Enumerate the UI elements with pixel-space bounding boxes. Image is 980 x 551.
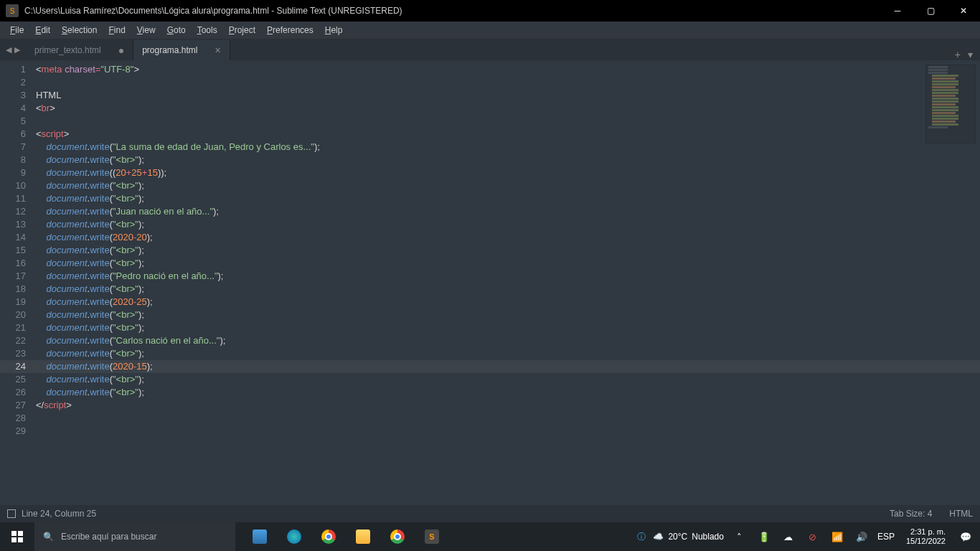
code-line[interactable]: document.write(2020-15); xyxy=(36,360,980,373)
battery-icon[interactable]: 🔋 xyxy=(755,522,773,551)
menu-tools[interactable]: Tools xyxy=(192,23,223,37)
minimap[interactable] xyxy=(925,65,976,143)
cursor-position[interactable]: Line 24, Column 25 xyxy=(22,509,96,519)
syntax-setting[interactable]: HTML xyxy=(949,509,973,519)
menu-project[interactable]: Project xyxy=(223,23,261,37)
taskbar-search[interactable]: 🔍 Escribe aquí para buscar xyxy=(34,522,235,551)
taskbar-chrome-2[interactable] xyxy=(380,522,415,551)
volume-icon[interactable]: 🔊 xyxy=(853,522,870,551)
close-button[interactable]: ✕ xyxy=(947,0,980,22)
code-line[interactable]: </script> xyxy=(36,399,980,412)
line-number[interactable]: 18 xyxy=(0,283,36,296)
tab-dirty-icon[interactable]: ● xyxy=(118,44,124,56)
tab-nav-back-icon[interactable]: ◀ xyxy=(4,45,13,55)
code-line[interactable]: document.write("<br>"); xyxy=(36,321,980,334)
code-line[interactable]: document.write("Pedro nació en el año...… xyxy=(36,270,980,283)
notifications-icon[interactable]: 💬 xyxy=(957,522,974,551)
maximize-button[interactable]: ▢ xyxy=(914,0,947,22)
line-number[interactable]: 24 xyxy=(0,360,36,373)
code-line[interactable]: document.write("<br>"); xyxy=(36,347,980,360)
taskbar-edge[interactable] xyxy=(277,522,311,551)
code-line[interactable]: document.write("<br>"); xyxy=(36,257,980,270)
line-number[interactable]: 3 xyxy=(0,89,36,102)
code-line[interactable]: <br> xyxy=(36,102,980,115)
menu-view[interactable]: View xyxy=(131,23,161,37)
line-number[interactable]: 21 xyxy=(0,321,36,334)
line-number[interactable]: 22 xyxy=(0,334,36,347)
help-tray-icon[interactable]: ⓘ xyxy=(637,531,646,543)
line-number[interactable]: 15 xyxy=(0,244,36,257)
code-line[interactable]: <meta charset="UTF-8"> xyxy=(36,63,980,76)
taskbar-app-1[interactable] xyxy=(242,522,277,551)
panel-switcher-icon[interactable] xyxy=(7,509,16,518)
line-number[interactable]: 8 xyxy=(0,154,36,166)
security-icon[interactable]: ⊘ xyxy=(804,522,821,551)
code-line[interactable] xyxy=(36,115,980,128)
start-button[interactable] xyxy=(0,522,34,551)
tab-dropdown-icon[interactable]: ▾ xyxy=(968,49,973,60)
code-line[interactable]: document.write("<br>"); xyxy=(36,309,980,321)
tab-size-setting[interactable]: Tab Size: 4 xyxy=(890,509,932,519)
code-line[interactable] xyxy=(36,76,980,89)
menu-help[interactable]: Help xyxy=(319,23,349,37)
code-line[interactable]: HTML xyxy=(36,89,980,102)
code-line[interactable] xyxy=(36,425,980,438)
new-tab-button[interactable]: + xyxy=(955,49,961,60)
line-number[interactable]: 26 xyxy=(0,386,36,399)
input-language[interactable]: ESP xyxy=(877,532,895,542)
taskbar-explorer[interactable] xyxy=(346,522,380,551)
code-line[interactable]: document.write("La suma de edad de Juan,… xyxy=(36,141,980,154)
code-line[interactable]: document.write("<br>"); xyxy=(36,218,980,231)
line-number[interactable]: 5 xyxy=(0,115,36,128)
line-number[interactable]: 20 xyxy=(0,309,36,321)
line-number[interactable]: 10 xyxy=(0,179,36,192)
line-number[interactable]: 6 xyxy=(0,128,36,141)
code-line[interactable]: <script> xyxy=(36,128,980,141)
wifi-icon[interactable]: 📶 xyxy=(829,522,846,551)
onedrive-icon[interactable]: ☁ xyxy=(780,522,797,551)
taskbar-chrome[interactable] xyxy=(311,522,346,551)
line-number[interactable]: 9 xyxy=(0,166,36,179)
weather-widget[interactable]: ☁️ 20°C Nublado xyxy=(653,532,724,542)
code-line[interactable]: document.write((20+25+15)); xyxy=(36,166,980,179)
minimize-button[interactable]: ─ xyxy=(881,0,914,22)
line-number[interactable]: 7 xyxy=(0,141,36,154)
line-number[interactable]: 16 xyxy=(0,257,36,270)
line-number[interactable]: 1 xyxy=(0,63,36,76)
tab-close-icon[interactable]: × xyxy=(215,44,221,56)
code-content[interactable]: <meta charset="UTF-8"> HTML<br> <script>… xyxy=(36,60,980,505)
tray-chevron-icon[interactable]: ˄ xyxy=(731,522,748,551)
line-number[interactable]: 12 xyxy=(0,205,36,218)
line-number[interactable]: 27 xyxy=(0,399,36,412)
menu-goto[interactable]: Goto xyxy=(161,23,192,37)
menu-preferences[interactable]: Preferences xyxy=(261,23,319,37)
code-line[interactable]: document.write("<br>"); xyxy=(36,386,980,399)
code-line[interactable]: document.write("<br>"); xyxy=(36,179,980,192)
tab-nav-forward-icon[interactable]: ▶ xyxy=(13,45,22,55)
system-clock[interactable]: 2:31 p. m. 15/12/2022 xyxy=(902,527,950,546)
code-line[interactable]: document.write("Juan nació en el año..."… xyxy=(36,205,980,218)
line-number[interactable]: 29 xyxy=(0,425,36,438)
line-number[interactable]: 4 xyxy=(0,102,36,115)
line-number[interactable]: 13 xyxy=(0,218,36,231)
line-number[interactable]: 2 xyxy=(0,76,36,89)
code-line[interactable]: document.write("<br>"); xyxy=(36,283,980,296)
line-number[interactable]: 11 xyxy=(0,192,36,205)
line-number[interactable]: 19 xyxy=(0,296,36,309)
menu-selection[interactable]: Selection xyxy=(56,23,103,37)
taskbar-sublime[interactable]: S xyxy=(415,522,449,551)
code-line[interactable] xyxy=(36,412,980,425)
code-line[interactable]: document.write("<br>"); xyxy=(36,192,980,205)
tab-primer_texto-html[interactable]: primer_texto.html● xyxy=(26,40,133,60)
line-number[interactable]: 28 xyxy=(0,412,36,425)
code-line[interactable]: document.write("<br>"); xyxy=(36,244,980,257)
code-line[interactable]: document.write("<br>"); xyxy=(36,154,980,166)
line-number[interactable]: 14 xyxy=(0,231,36,244)
menu-find[interactable]: Find xyxy=(103,23,131,37)
menu-edit[interactable]: Edit xyxy=(29,23,56,37)
line-number[interactable]: 25 xyxy=(0,373,36,386)
tab-programa-html[interactable]: programa.html× xyxy=(133,40,230,60)
code-line[interactable]: document.write("<br>"); xyxy=(36,373,980,386)
code-line[interactable]: document.write(2020-20); xyxy=(36,231,980,244)
code-line[interactable]: document.write("Carlos nació en el año..… xyxy=(36,334,980,347)
